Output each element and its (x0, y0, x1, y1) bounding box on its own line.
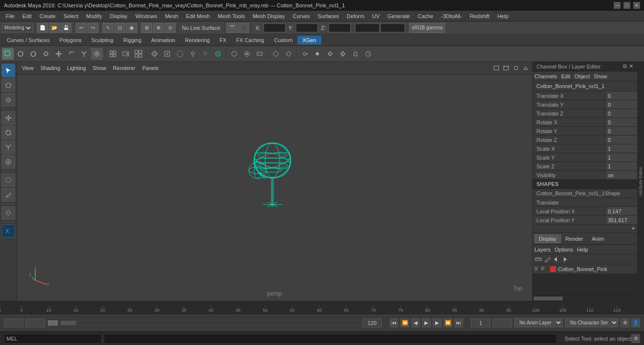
icon-toolbar-move[interactable] (53, 48, 65, 60)
icon-toolbar-circle[interactable] (15, 48, 26, 60)
icon-toolbar-iso1[interactable] (241, 48, 253, 60)
channel-box-close[interactable]: ✕ (629, 63, 633, 69)
frame-start-input[interactable]: 1 (4, 319, 23, 327)
menu-help[interactable]: Help (493, 12, 512, 20)
menu-uv[interactable]: UV (368, 12, 383, 20)
menu-curves[interactable]: Curves (289, 12, 314, 20)
vp-menu-view[interactable]: View (19, 64, 37, 72)
menu-create[interactable]: Create (36, 12, 60, 20)
menu-windows[interactable]: Windows (132, 12, 161, 20)
local-pos-y-value[interactable]: 351.617 (605, 216, 637, 224)
rotate-z-value[interactable]: 0 (605, 136, 637, 144)
value-1-input[interactable]: 1.00 (380, 23, 405, 32)
menu-surfaces[interactable]: Surfaces (314, 12, 343, 20)
menu-edit-mesh[interactable]: Edit Mesh (182, 12, 214, 20)
icon-toolbar-multi1[interactable] (270, 48, 282, 60)
next-frame-last[interactable]: ⏭ (454, 319, 463, 327)
menu-file[interactable]: File (2, 12, 19, 20)
maximize-button[interactable]: □ (623, 2, 630, 9)
layer-menu-help[interactable]: Help (577, 247, 588, 253)
visibility-value[interactable]: on (605, 171, 637, 179)
sculpt-tool[interactable] (1, 188, 15, 202)
menu-modify[interactable]: Modify (82, 12, 106, 20)
channel-menu-object[interactable]: Object (574, 73, 590, 79)
playback-settings[interactable]: ⚙ (621, 319, 629, 327)
scale-z-value[interactable]: 1 (605, 162, 637, 170)
scale-tool[interactable] (1, 140, 15, 154)
tab-animation[interactable]: Animation (146, 36, 180, 45)
prev-frame[interactable]: ◀ (411, 319, 420, 327)
ipr-btn[interactable]: 🎥 (238, 23, 249, 33)
undo-button[interactable]: ↩ (76, 23, 87, 33)
universal-manip-tool[interactable] (1, 155, 15, 169)
icon-toolbar-soft[interactable] (174, 48, 186, 60)
redo-button[interactable]: ↪ (88, 23, 98, 33)
menu-deform[interactable]: Deform (343, 12, 368, 20)
icon-toolbar-key4[interactable] (337, 48, 349, 60)
close-button[interactable]: ✕ (633, 2, 640, 9)
icon-toolbar-camera-front[interactable] (120, 48, 132, 60)
menu-select[interactable]: Select (60, 12, 83, 20)
open-button[interactable]: 📂 (49, 23, 60, 33)
icon-toolbar-grid[interactable] (107, 48, 119, 60)
layer-menu-layers[interactable]: Layers (534, 247, 551, 253)
show-manip-tool[interactable] (1, 206, 15, 220)
tab-display[interactable]: Display (534, 234, 561, 243)
icon-toolbar-key1[interactable] (299, 48, 311, 60)
x-input[interactable] (264, 23, 286, 32)
vp-menu-show[interactable]: Show (90, 64, 110, 72)
anim-start-input[interactable] (471, 319, 490, 327)
command-type-label[interactable]: MEL (4, 334, 102, 344)
vp-icon-camera[interactable] (492, 64, 501, 72)
mel-input[interactable] (104, 334, 557, 344)
icon-toolbar-ghost[interactable] (350, 48, 361, 60)
snap-to-point[interactable]: ⊙ (165, 23, 176, 33)
icon-toolbar-xray[interactable] (228, 48, 240, 60)
tab-anim[interactable]: Anim (587, 234, 608, 243)
vp-icon-persp[interactable] (521, 64, 530, 72)
menu-display[interactable]: Display (106, 12, 132, 20)
translate-x-value[interactable]: 0 (605, 92, 637, 100)
vp-menu-panels[interactable]: Panels (139, 64, 162, 72)
select-tool[interactable] (1, 64, 15, 77)
tab-fx-caching[interactable]: FX Caching (231, 36, 269, 45)
lasso-tool[interactable] (1, 78, 15, 92)
next-frame[interactable]: ▶ (433, 319, 442, 327)
rotate-tool[interactable] (1, 126, 15, 139)
icon-toolbar-paint[interactable] (40, 48, 52, 60)
icon-toolbar-multi2[interactable] (283, 48, 294, 60)
minimize-button[interactable]: — (614, 2, 621, 9)
attribute-editor-tab[interactable]: Attribute Editor (638, 167, 643, 196)
value-0-input[interactable]: 0.00 (355, 23, 379, 32)
snap-to-curve[interactable]: ⊕ (153, 23, 164, 33)
paint-select-tool[interactable] (1, 93, 15, 107)
menu-generate[interactable]: Generate (383, 12, 414, 20)
z-input[interactable] (329, 23, 351, 32)
local-pos-x-value[interactable]: 0.147 (605, 207, 637, 215)
icon-toolbar-light1[interactable] (187, 48, 199, 60)
icon-toolbar-camera-4[interactable] (133, 48, 144, 60)
end-frame-input[interactable]: 120 (492, 319, 512, 327)
channel-scrollbar-h[interactable] (533, 295, 637, 301)
play-forward[interactable]: ▶ (422, 319, 431, 327)
timeline-slider[interactable] (61, 321, 360, 325)
tab-curves-surfaces[interactable]: Curves / Surfaces (2, 36, 54, 45)
translate-z-value[interactable]: 0 (605, 109, 637, 117)
icon-toolbar-scale[interactable] (78, 48, 90, 60)
channel-menu-edit[interactable]: Edit (561, 73, 570, 79)
tab-fx[interactable]: FX (215, 36, 231, 45)
frame-current-input[interactable]: 1 (25, 319, 45, 327)
icon-toolbar-lasso[interactable] (27, 48, 39, 60)
menu-edit[interactable]: Edit (19, 12, 36, 20)
move-tool[interactable] (1, 111, 15, 125)
scrollbar-thumb[interactable] (533, 297, 563, 300)
render-btn[interactable]: 🎬 (226, 23, 237, 33)
icon-toolbar-clock[interactable] (362, 48, 374, 60)
tab-rigging[interactable]: Rigging (118, 36, 146, 45)
layer-p-flag[interactable]: P (541, 266, 547, 272)
vp-icon-film[interactable] (502, 64, 511, 72)
icon-toolbar-pan[interactable] (161, 48, 173, 60)
channel-menu-channels[interactable]: Channels (534, 73, 557, 79)
paint-btn[interactable]: ◉ (126, 23, 137, 33)
menu-mesh-tools[interactable]: Mesh Tools (214, 12, 248, 20)
